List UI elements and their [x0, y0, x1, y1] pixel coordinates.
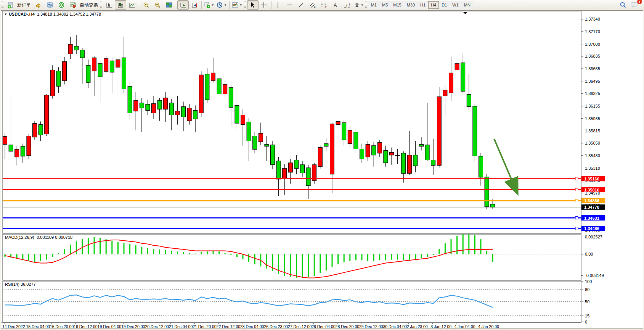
chart-shift-button[interactable] [189, 0, 200, 10]
toolbar-separator [229, 1, 230, 9]
price-tick-label: 1.37340 [585, 17, 600, 21]
vertical-line-button[interactable] [273, 0, 284, 10]
zoom-in-button[interactable] [140, 0, 152, 10]
tf-w1-button[interactable]: W1 [450, 1, 461, 9]
time-tick-label: 19 Dec 04:00 [98, 324, 122, 328]
search-icon [620, 2, 626, 8]
price-tick-label: 1.36325 [585, 91, 600, 96]
new-order-button[interactable] [5, 0, 16, 10]
tf-m15-button[interactable]: M15 [390, 1, 404, 9]
cursor-button[interactable] [247, 0, 259, 10]
tf-m5-button[interactable]: M5 [379, 1, 390, 9]
chart-canvas[interactable]: 1.373401.371701.370001.368351.366651.364… [1, 11, 643, 328]
candle [425, 145, 429, 160]
candle [27, 136, 31, 156]
time-tick-label: 14 Dec 2022 [2, 324, 25, 328]
candlestick-button[interactable] [115, 0, 126, 10]
shapes-button[interactable]: ▼ [353, 0, 365, 10]
label-button[interactable]: T [341, 0, 353, 10]
chevron-down-icon: ▼ [361, 3, 364, 7]
candle [39, 125, 43, 135]
horizontal-line-button[interactable] [284, 0, 296, 10]
indicators-button[interactable]: ▼ [231, 0, 244, 10]
candle [92, 58, 96, 71]
candle [372, 146, 376, 155]
price-tick-label: 1.37000 [585, 42, 600, 47]
time-tick-label: 19 Dec 20:00 [121, 324, 145, 328]
tile-windows-button[interactable] [163, 0, 175, 10]
chevron-down-icon: ▼ [224, 3, 227, 7]
candle [152, 103, 156, 113]
chat-icon [631, 2, 638, 8]
candle [217, 79, 221, 94]
tf-h4-button[interactable]: H4 [428, 1, 439, 9]
tf-d1-button[interactable]: D1 [439, 1, 450, 9]
megaphone-icon [35, 2, 42, 8]
periods-button[interactable]: ▼ [215, 0, 228, 10]
candle [300, 165, 305, 173]
price-tick-label: 1.37170 [585, 29, 600, 34]
line-chart-icon [129, 2, 135, 8]
toolbar-grip-3[interactable] [244, 2, 246, 8]
candle [241, 115, 245, 124]
tf-mn-button[interactable]: MN [461, 1, 473, 9]
tf-h1-button[interactable]: H1 [418, 1, 428, 9]
toolbar-grip[interactable] [2, 2, 3, 8]
new-order-label[interactable]: 新订单 [17, 2, 31, 8]
candle [318, 148, 322, 167]
timeframe-group: M1 M5 M15 M30 H1 H4 D1 W1 MN [368, 1, 473, 9]
rsi-tick-label: 80 [585, 287, 589, 292]
time-tick-label: 15 Dec 20:00 [50, 324, 74, 328]
fibonacci-button[interactable]: F [318, 0, 330, 10]
candle [259, 134, 263, 142]
candle [366, 145, 370, 157]
channel-button[interactable]: E [307, 0, 318, 10]
tf-m30-button[interactable]: M30 [404, 1, 418, 9]
toolbar-separator [176, 1, 176, 9]
macd-tick-label: 0.002527 [585, 235, 602, 239]
line-chart-button[interactable] [126, 0, 138, 10]
macd-tick-label: -0.003149 [585, 273, 604, 278]
autotrade-button[interactable] [67, 0, 79, 10]
trendline-button[interactable] [296, 0, 307, 10]
symbol-dropdown-icon[interactable]: ▼ [4, 13, 7, 16]
candle [336, 121, 340, 124]
time-axis[interactable]: 14 Dec 202215 Dec 04:0015 Dec 20:0016 De… [2, 323, 499, 328]
candle [74, 46, 79, 50]
notifications-button[interactable]: 1 [629, 0, 640, 10]
svg-text:1.34486: 1.34486 [584, 226, 599, 231]
terminal-button[interactable] [44, 0, 56, 10]
zoom-out-icon [154, 2, 161, 8]
toolbar-grip-2[interactable] [100, 2, 102, 8]
crosshair-button[interactable] [259, 0, 270, 10]
terminal-icon [47, 2, 53, 8]
bar-chart-button[interactable] [103, 0, 115, 10]
candle [467, 94, 471, 106]
megaphone-button[interactable] [33, 0, 44, 10]
chevron-down-icon: ▼ [239, 3, 243, 7]
line-handle [575, 227, 578, 230]
candle [443, 90, 447, 96]
candle [187, 108, 191, 121]
tf-m1-button[interactable]: M1 [368, 1, 379, 9]
notification-badge: 1 [637, 0, 642, 4]
search-button[interactable] [617, 0, 629, 10]
line-handle [575, 217, 578, 219]
zoom-out-button[interactable] [152, 0, 163, 10]
toolbar-grip-4[interactable] [365, 2, 367, 8]
candle [431, 160, 435, 166]
autotrade-label[interactable]: 自动交易 [80, 2, 98, 8]
auto-scroll-button[interactable] [177, 0, 189, 10]
toolbar-separator [271, 1, 271, 9]
candle [360, 149, 364, 159]
signals-button[interactable] [56, 0, 67, 10]
candle [205, 74, 209, 100]
chart-window[interactable]: ▼USDCAD-,H4 1.34818 1.34892 1.34752 1.34… [1, 10, 643, 328]
candle [211, 73, 215, 80]
candle [401, 153, 406, 174]
text-button[interactable]: A [330, 0, 341, 10]
candle [265, 145, 269, 146]
horizontal-line-icon [286, 3, 293, 8]
new-chart-button[interactable]: ▼ [203, 0, 215, 10]
price-tick-label: 1.35310 [585, 166, 600, 171]
